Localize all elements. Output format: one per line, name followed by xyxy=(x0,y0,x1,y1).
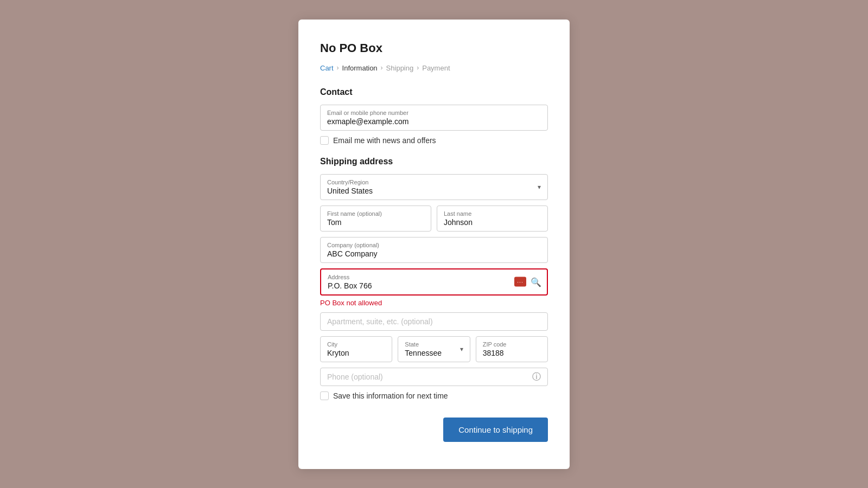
email-label: Email or mobile phone number xyxy=(327,110,541,116)
company-field-wrapper: Company (optional) ABC Company xyxy=(320,237,548,263)
newsletter-label[interactable]: Email me with news and offers xyxy=(333,136,436,145)
shipping-section: Shipping address Country/Region United S… xyxy=(320,157,548,386)
address-icons: ··· 🔍 xyxy=(514,277,541,287)
zip-label: ZIP code xyxy=(483,341,541,348)
breadcrumb-payment: Payment xyxy=(422,64,450,72)
email-field[interactable]: Email or mobile phone number exmaple@exa… xyxy=(320,105,548,131)
phone-field-wrapper: Phone (optional) ⓘ xyxy=(320,368,548,386)
last-name-field[interactable]: Last name Johnson xyxy=(437,206,548,232)
breadcrumb-cart[interactable]: Cart xyxy=(320,64,334,72)
checkout-card: No PO Box Cart › Information › Shipping … xyxy=(298,20,570,469)
actions-row: Continue to shipping xyxy=(320,412,548,442)
country-label: Country/Region xyxy=(327,179,541,185)
city-state-zip-row: City Kryton State Tennessee ▾ ZIP code 3… xyxy=(320,336,548,362)
address-value: P.O. Box 766 xyxy=(328,281,509,290)
first-name-value: Tom xyxy=(327,218,424,227)
city-label: City xyxy=(327,341,385,348)
newsletter-row: Email me with news and offers xyxy=(320,136,548,145)
email-value: exmaple@example.com xyxy=(327,117,541,126)
company-field[interactable]: Company (optional) ABC Company xyxy=(320,237,548,263)
save-info-row: Save this information for next time xyxy=(320,391,548,400)
state-field[interactable]: State Tennessee ▾ xyxy=(398,336,470,362)
first-name-field[interactable]: First name (optional) Tom xyxy=(320,206,431,232)
phone-field[interactable]: Phone (optional) ⓘ xyxy=(320,368,548,386)
name-row: First name (optional) Tom Last name John… xyxy=(320,206,548,232)
contact-section-title: Contact xyxy=(320,87,548,97)
dots-label: ··· xyxy=(517,279,523,285)
address-field-wrapper: Address P.O. Box 766 ··· 🔍 PO Box not al… xyxy=(320,268,548,307)
breadcrumb-sep-2: › xyxy=(381,64,383,72)
city-field[interactable]: City Kryton xyxy=(320,336,392,362)
state-label: State xyxy=(405,341,463,348)
company-label: Company (optional) xyxy=(327,242,541,248)
apartment-field[interactable]: Apartment, suite, etc. (optional) xyxy=(320,312,548,331)
breadcrumb-shipping: Shipping xyxy=(386,64,414,72)
first-name-label: First name (optional) xyxy=(327,210,424,217)
address-dots-icon[interactable]: ··· xyxy=(514,277,526,287)
apartment-placeholder: Apartment, suite, etc. (optional) xyxy=(327,317,541,326)
country-field-wrapper: Country/Region United States ▾ xyxy=(320,174,548,200)
zip-field[interactable]: ZIP code 38188 xyxy=(476,336,548,362)
zip-value: 38188 xyxy=(483,349,541,357)
shipping-section-title: Shipping address xyxy=(320,157,548,166)
city-value: Kryton xyxy=(327,349,385,357)
company-value: ABC Company xyxy=(327,249,541,258)
contact-section: Contact Email or mobile phone number exm… xyxy=(320,87,548,131)
newsletter-checkbox[interactable] xyxy=(320,136,329,145)
address-field[interactable]: Address P.O. Box 766 ··· 🔍 xyxy=(320,268,548,296)
save-info-checkbox[interactable] xyxy=(320,391,329,400)
country-value: United States xyxy=(327,187,541,195)
last-name-value: Johnson xyxy=(444,218,541,227)
apartment-field-wrapper: Apartment, suite, etc. (optional) xyxy=(320,312,548,331)
breadcrumb-sep-1: › xyxy=(337,64,339,72)
breadcrumb-sep-3: › xyxy=(417,64,419,72)
phone-info-icon[interactable]: ⓘ xyxy=(532,371,541,382)
continue-button[interactable]: Continue to shipping xyxy=(443,418,548,442)
save-info-label[interactable]: Save this information for next time xyxy=(333,391,448,400)
address-search-icon[interactable]: 🔍 xyxy=(531,277,541,287)
page-title: No PO Box xyxy=(320,41,548,55)
breadcrumb-information: Information xyxy=(342,64,378,72)
address-error: PO Box not allowed xyxy=(320,299,548,307)
last-name-label: Last name xyxy=(444,210,541,217)
state-value: Tennessee xyxy=(405,349,463,357)
phone-placeholder: Phone (optional) xyxy=(327,373,526,381)
breadcrumb: Cart › Information › Shipping › Payment xyxy=(320,64,548,72)
country-field[interactable]: Country/Region United States ▾ xyxy=(320,174,548,200)
address-label: Address xyxy=(328,274,509,280)
